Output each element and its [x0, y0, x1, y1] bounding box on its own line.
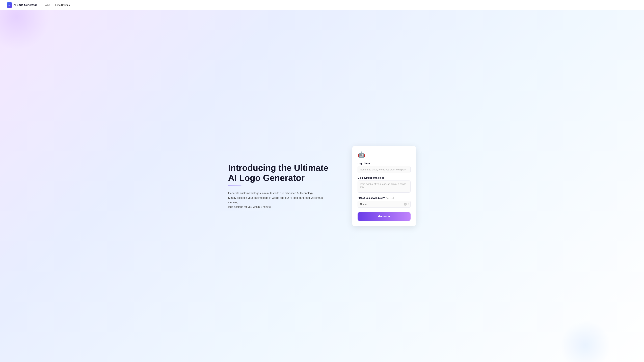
hero-title: Introducing the Ultimate AI Logo Generat… — [228, 163, 329, 183]
symbol-label: Main symbol of the logo — [358, 176, 410, 179]
nav-logo[interactable]: L AI Logo Generator — [7, 2, 37, 8]
select-clear-button[interactable]: ✕ — [404, 203, 407, 206]
nav-link-home[interactable]: Home — [44, 4, 50, 6]
industry-select[interactable]: Others Technology Food & Beverage Fashio… — [358, 201, 410, 208]
nav-link-logo-designs[interactable]: Logo Designs — [55, 4, 70, 6]
form-card: 🤖 Logo Name Main symbol of the logo Plea… — [352, 146, 416, 226]
select-arrows-icon: ▲ ▼ — [407, 202, 409, 206]
hero-section: Introducing the Ultimate AI Logo Generat… — [0, 0, 644, 362]
industry-select-wrapper: Others Technology Food & Beverage Fashio… — [358, 201, 410, 208]
symbol-input[interactable] — [358, 180, 410, 193]
select-controls: ✕ ▲ ▼ — [404, 202, 409, 206]
nav-links: Home Logo Designs — [44, 4, 70, 6]
nav-logo-text: AI Logo Generator — [14, 3, 37, 6]
generate-button[interactable]: Generate — [358, 212, 410, 221]
logo-name-input[interactable] — [358, 166, 410, 173]
hero-left: Introducing the Ultimate AI Logo Generat… — [228, 163, 329, 209]
logo-name-label: Logo Name — [358, 162, 410, 165]
industry-optional-text: (optional) — [386, 197, 394, 199]
robot-icon: 🤖 — [358, 151, 366, 159]
hero-description: Generate customized logos in minutes wit… — [228, 191, 329, 209]
navbar: L AI Logo Generator Home Logo Designs — [0, 0, 644, 10]
industry-label: Please Select A Industry (optional) — [358, 197, 410, 199]
nav-logo-icon: L — [7, 2, 12, 8]
hero-underline — [228, 186, 242, 186]
